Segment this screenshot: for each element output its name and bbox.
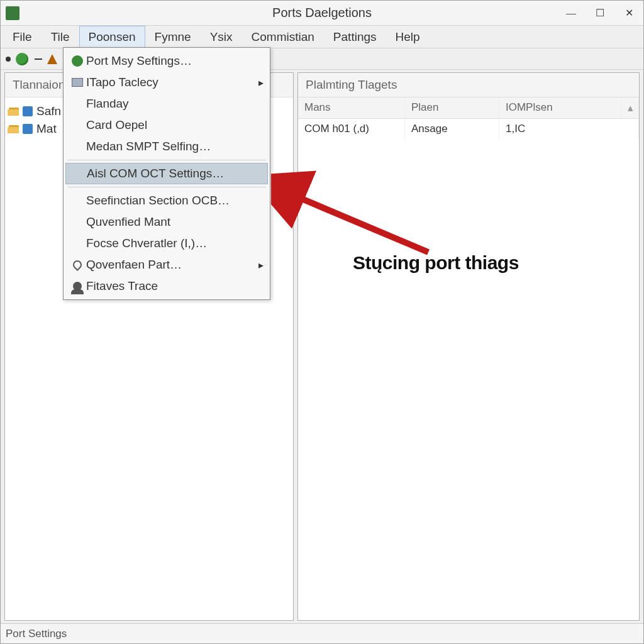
table-row[interactable]: COM h01 (,d) Ansage 1,IC [298,119,639,139]
menu-item-seefinctian-section-ocb[interactable]: Seefinctian Section OCB… [64,190,270,211]
menu-item-medan-smpt-selfing[interactable]: Medan SMPT Selfing… [64,136,270,157]
column-sort-icon[interactable]: ▴ [621,97,639,118]
menu-item-itapo-taclecy[interactable]: ITapo Taclecy ▸ [64,72,270,93]
menu-item-label: Flanday [86,97,129,111]
menu-item-label: Focse Chveratler (I,)… [86,236,207,250]
menu-help[interactable]: Help [386,26,430,48]
menu-item-focse-chveratler[interactable]: Focse Chveratler (I,)… [64,233,270,254]
menu-item-fitaves-trace[interactable]: Fitaves Trace [64,275,270,297]
menu-item-label: Card Oepel [86,118,147,132]
menu-item-label: Fitaves Trace [86,279,158,293]
cell: COM h01 (,d) [298,119,405,139]
person-icon [69,282,86,291]
menu-poonsen[interactable]: Poonsen [79,26,145,48]
toolbar-warning-icon[interactable] [47,54,57,64]
menu-file[interactable]: File [3,26,42,48]
cell: Ansage [405,119,499,139]
table-header: Mans Plaen IOMPlsen ▴ [298,97,639,119]
menu-commistian[interactable]: Commistian [242,26,324,48]
pin-icon [69,260,86,269]
menu-item-label: Port Msy Seftings… [86,54,192,68]
dropdown-menu: Port Msy Seftings… ITapo Taclecy ▸ Fland… [63,47,270,300]
menu-ysix[interactable]: Ysix [201,26,242,48]
menu-bar: File Tile Poonsen Fymne Ysix Commistian … [1,26,643,48]
menu-item-card-oepel[interactable]: Card Oepel [64,114,270,136]
menu-fymne[interactable]: Fymne [145,26,201,48]
menu-item-label: Medan SMPT Selfing… [86,140,211,153]
toolbar-globe-icon[interactable] [16,53,28,65]
title-bar: Ports Daelgetions — ☐ ✕ [1,1,643,26]
card-icon [69,78,86,87]
folder-icon [9,108,19,116]
menu-item-quvenfied-mant[interactable]: Quvenfied Mant [64,211,270,233]
menu-pattings[interactable]: Pattings [324,26,386,48]
cell: 1,IC [499,119,639,139]
tree-item-label: Mat [36,122,57,136]
column-header[interactable]: IOMPlsen [499,97,621,118]
status-text: Port Settings [6,628,67,640]
app-window: Ports Daelgetions — ☐ ✕ File Tile Poonse… [0,0,644,644]
menu-item-port-my-settings[interactable]: Port Msy Seftings… [64,50,270,72]
submenu-arrow-icon: ▸ [258,259,264,271]
menu-separator [67,187,266,187]
window-title: Ports Daelgetions [272,6,372,20]
folder-icon [9,125,19,133]
close-button[interactable]: ✕ [614,3,643,23]
window-controls: — ☐ ✕ [557,3,643,23]
menu-item-aisl-com-oct-settings[interactable]: Aisl COM OCT Settings… [65,163,268,184]
menu-item-label: Qovenfaen Part… [86,258,182,272]
menu-item-flanday[interactable]: Flanday [64,93,270,114]
maximize-button[interactable]: ☐ [586,3,614,23]
toolbar-dot-icon[interactable] [6,57,11,62]
menu-item-label: ITapo Taclecy [86,75,158,89]
column-header[interactable]: Mans [298,97,405,118]
status-bar: Port Settings [1,623,643,643]
menu-item-qovenfaen-part[interactable]: Qovenfaen Part… ▸ [64,254,270,275]
tree-item-label: Safn [36,104,61,118]
menu-item-label: Aisl COM OCT Settings… [87,167,224,180]
node-icon [23,124,33,134]
menu-tile[interactable]: Tile [42,26,79,48]
globe-icon [69,55,86,67]
toolbar-separator-icon [35,58,42,60]
submenu-arrow-icon: ▸ [258,77,264,89]
menu-item-label: Seefinctian Section OCB… [86,194,230,208]
app-icon [6,6,19,20]
right-pane-title: Plalmting Tlagets [298,73,639,97]
menu-item-label: Quvenfied Mant [86,215,170,229]
node-icon [23,106,33,116]
minimize-button[interactable]: — [557,3,586,23]
right-pane: Plalmting Tlagets Mans Plaen IOMPlsen ▴ … [297,72,640,621]
column-header[interactable]: Plaen [405,97,499,118]
menu-separator [67,160,266,160]
